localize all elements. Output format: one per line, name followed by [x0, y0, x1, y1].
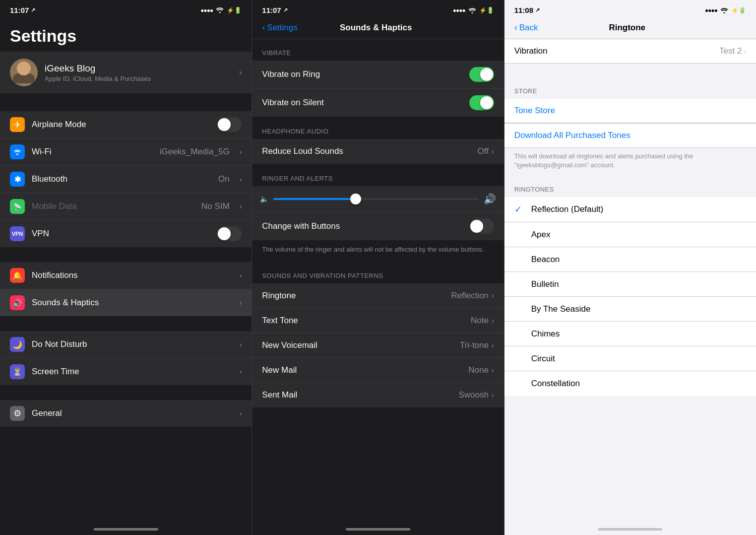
vibrate-on-ring-toggle[interactable] [469, 67, 494, 82]
vpn-label: VPN [32, 229, 210, 239]
airplane-mode-item[interactable]: ✈ Airplane Mode [0, 111, 252, 138]
wifi-item[interactable]: Wi-Fi iGeeks_Media_5G › [0, 138, 252, 166]
sounds-scroll[interactable]: VIBRATE Vibrate on Ring Vibrate on Silen… [252, 39, 504, 525]
profile-info: iGeeks Blog Apple ID, iCloud, Media & Pu… [45, 63, 232, 82]
change-with-buttons-toggle[interactable] [469, 219, 494, 234]
ringtone-item[interactable]: Ringtone Reflection › [252, 283, 504, 308]
wifi-icon [10, 144, 25, 159]
store-section-header: STORE [504, 77, 756, 99]
bluetooth-value: On [218, 174, 230, 184]
profile-name: iGeeks Blog [45, 63, 232, 74]
vpn-toggle[interactable] [217, 226, 242, 241]
wifi-icon-1 [216, 6, 224, 14]
text-tone-item[interactable]: Text Tone Note › [252, 308, 504, 333]
ringtone-reflection-item[interactable]: ✓ Reflection (Default) [504, 197, 756, 222]
home-indicator-2 [252, 525, 504, 535]
status-right-1: ●●●● ⚡🔋 [200, 6, 242, 14]
mobile-data-label: Mobile Data [32, 201, 194, 211]
wifi-value: iGeeks_Media_5G [160, 147, 230, 157]
sent-mail-chevron: › [492, 391, 494, 399]
vibrate-on-silent-item[interactable]: Vibrate on Silent [252, 89, 504, 117]
new-mail-chevron: › [492, 366, 494, 374]
ringtone-constellation-label: Constellation [531, 379, 746, 389]
status-right-2: ●●●● ⚡🔋 [453, 7, 494, 14]
ringtone-apex-item[interactable]: Apex [504, 222, 756, 247]
volume-high-icon: 🔊 [484, 193, 496, 205]
do-not-disturb-label: Do Not Disturb [32, 339, 230, 349]
bluetooth-item[interactable]: ✱ Bluetooth On › [0, 166, 252, 193]
location-icon-1: ↗ [31, 7, 35, 13]
ringtone-bulletin-item[interactable]: Bulletin [504, 272, 756, 297]
profile-row[interactable]: iGeeks Blog Apple ID, iCloud, Media & Pu… [0, 52, 252, 93]
notifications-item[interactable]: 🔔 Notifications › [0, 262, 252, 289]
location-icon-3: ↗ [535, 7, 540, 13]
sounds-haptics-icon: 🔊 [10, 295, 25, 310]
volume-low-icon: 🔈 [260, 195, 268, 203]
profile-chevron: › [239, 68, 242, 77]
network-section: ✈ Airplane Mode Wi-Fi iGeeks_Media_5G › … [0, 111, 252, 247]
settings-back-button[interactable]: ‹ Settings [262, 22, 297, 33]
ringtone-chimes-item[interactable]: Chimes [504, 322, 756, 346]
ringtone-constellation-item[interactable]: Constellation [504, 371, 756, 396]
vibration-value-text: Test 2 [719, 46, 742, 56]
new-mail-item[interactable]: New Mail None › [252, 358, 504, 383]
home-bar-3 [598, 528, 662, 531]
general-chevron: › [240, 409, 242, 417]
change-with-buttons-note: The volume of the ringer and alerts will… [252, 241, 504, 262]
home-indicator-3 [504, 525, 756, 535]
sounds-nav-title: Sounds & Haptics [340, 23, 412, 33]
change-with-buttons-item[interactable]: Change with Buttons [252, 212, 504, 240]
volume-slider-thumb[interactable] [350, 194, 361, 204]
status-bar-2: 11:07 ↗ ●●●● ⚡🔋 [252, 0, 504, 18]
ringtone-chevron: › [492, 292, 494, 300]
ringtone-nav-title: Ringtone [609, 23, 645, 33]
bluetooth-chevron: › [240, 175, 242, 183]
headphone-section-header: HEADPHONE AUDIO [252, 118, 504, 139]
avatar-head [17, 62, 31, 75]
sent-mail-label: Sent Mail [262, 390, 458, 400]
location-icon-2: ↗ [283, 7, 288, 13]
mobile-data-item[interactable]: 📡 Mobile Data No SIM › [0, 193, 252, 220]
text-tone-value: Note [471, 316, 489, 326]
wifi-label: Wi-Fi [32, 147, 153, 157]
signal-icon-1: ●●●● [200, 7, 213, 14]
ringtone-apex-label: Apex [531, 230, 746, 240]
sounds-back-button[interactable]: ‹ Back [514, 22, 538, 33]
ringtone-value: Reflection [451, 291, 489, 301]
status-bar-3: 11:08 ↗ ●●●● ⚡🔋 [504, 0, 756, 18]
download-all-item[interactable]: Download All Purchased Tones [504, 123, 756, 148]
battery-icon-2: ⚡🔋 [479, 7, 494, 14]
vibration-row[interactable]: Vibration Test 2 › [504, 39, 756, 64]
ringtone-bulletin-label: Bulletin [531, 279, 746, 289]
notifications-chevron: › [240, 271, 242, 279]
screen-time-item[interactable]: ⏳ Screen Time › [0, 358, 252, 385]
tone-store-item[interactable]: Tone Store [504, 99, 756, 123]
vibration-chevron: › [744, 47, 746, 55]
vibrate-on-ring-item[interactable]: Vibrate on Ring [252, 61, 504, 89]
general-item[interactable]: ⚙ General › [0, 400, 252, 427]
svg-point-3 [723, 12, 725, 13]
reduce-loud-sounds-item[interactable]: Reduce Loud Sounds Off › [252, 139, 504, 164]
new-voicemail-item[interactable]: New Voicemail Tri-tone › [252, 333, 504, 358]
sounds-patterns-section: Ringtone Reflection › Text Tone Note › N… [252, 283, 504, 407]
sounds-haptics-panel: 11:07 ↗ ●●●● ⚡🔋 ‹ Settings Sounds & Hapt… [252, 0, 504, 535]
vpn-item[interactable]: VPN VPN [0, 220, 252, 247]
ringtone-panel: 11:08 ↗ ●●●● ⚡🔋 ‹ Back Ringtone Vibratio… [504, 0, 756, 535]
ringtone-beacon-item[interactable]: Beacon [504, 247, 756, 272]
home-indicator-1 [0, 525, 252, 535]
volume-slider-track[interactable] [273, 198, 478, 200]
general-label: General [32, 408, 230, 418]
airplane-mode-toggle[interactable] [217, 117, 242, 132]
ringtone-by-the-seaside-item[interactable]: By The Seaside [504, 297, 756, 322]
new-voicemail-label: New Voicemail [262, 340, 460, 350]
sent-mail-item[interactable]: Sent Mail Swoosh › [252, 383, 504, 407]
ringtone-circuit-item[interactable]: Circuit [504, 346, 756, 371]
sounds-haptics-label: Sounds & Haptics [32, 298, 230, 308]
ringtone-scroll[interactable]: Vibration Test 2 › STORE Tone Store Down… [504, 39, 756, 525]
vibrate-on-silent-toggle[interactable] [469, 95, 494, 110]
do-not-disturb-item[interactable]: 🌙 Do Not Disturb › [0, 331, 252, 358]
settings-scroll[interactable]: Settings iGeeks Blog Apple ID, iCloud, M… [0, 18, 252, 525]
wifi-icon-3 [720, 7, 728, 13]
volume-slider-row[interactable]: 🔈 🔊 [252, 186, 504, 212]
sounds-haptics-item[interactable]: 🔊 Sounds & Haptics › [0, 289, 252, 316]
